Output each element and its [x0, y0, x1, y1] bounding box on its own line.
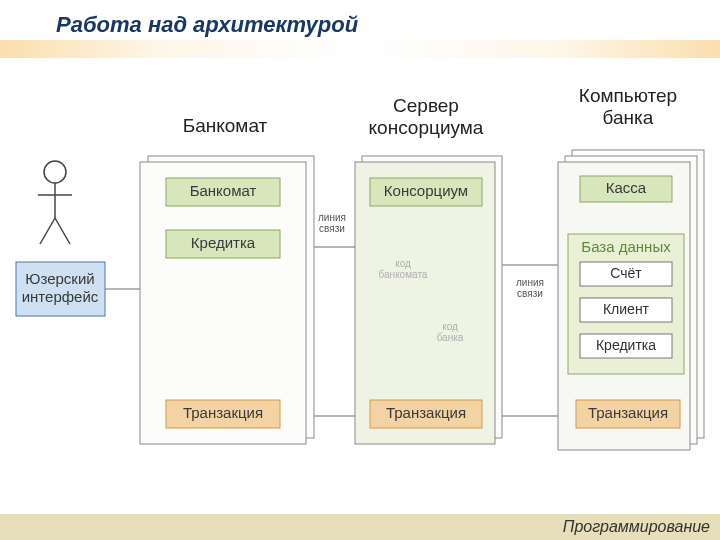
svg-text:интерфейс: интерфейс — [22, 288, 99, 305]
svg-text:Кредитка: Кредитка — [191, 234, 256, 251]
node-db-card: Кредитка — [580, 334, 672, 358]
node-account: Счёт — [580, 262, 672, 286]
svg-text:Сервер: Сервер — [393, 95, 459, 116]
svg-text:консорциума: консорциума — [369, 117, 484, 138]
svg-text:линия: линия — [318, 212, 346, 223]
svg-text:банкомата: банкомата — [379, 269, 428, 280]
svg-text:Кредитка: Кредитка — [596, 337, 656, 353]
svg-text:банка: банка — [603, 107, 654, 128]
svg-text:код: код — [442, 321, 458, 332]
svg-text:связи: связи — [319, 223, 345, 234]
svg-text:код: код — [395, 258, 411, 269]
node-tx-cons: Транзакция — [370, 400, 482, 428]
svg-text:Банкомат: Банкомат — [190, 182, 257, 199]
svg-text:Консорциум: Консорциум — [384, 182, 468, 199]
node-atm: Банкомат — [166, 178, 280, 206]
container-consortium: Сервер консорциума Консорциум код банком… — [355, 95, 502, 444]
node-card: Кредитка — [166, 230, 280, 258]
svg-text:Транзакция: Транзакция — [386, 404, 466, 421]
node-tx-bank: Транзакция — [576, 400, 680, 428]
node-database: База данных Счёт Клиент Кредитка — [568, 234, 684, 374]
svg-text:Банкомат: Банкомат — [183, 115, 268, 136]
svg-text:банка: банка — [437, 332, 464, 343]
svg-text:Касса: Касса — [606, 179, 647, 196]
node-consortium: Консорциум — [370, 178, 482, 206]
container-bank: Компьютер банка Касса База данных Счёт К… — [558, 85, 704, 450]
svg-text:Транзакция: Транзакция — [183, 404, 263, 421]
node-client: Клиент — [580, 298, 672, 322]
svg-point-8 — [44, 161, 66, 183]
svg-text:База данных: База данных — [581, 238, 671, 255]
svg-text:Транзакция: Транзакция — [588, 404, 668, 421]
svg-text:Счёт: Счёт — [610, 265, 642, 281]
svg-text:линия: линия — [516, 277, 544, 288]
footer-label: Программирование — [563, 518, 710, 536]
actor-icon — [38, 161, 72, 244]
architecture-diagram: Юзерский интерфейс Банкомат Банкомат Кре… — [0, 0, 720, 540]
svg-text:Компьютер: Компьютер — [579, 85, 677, 106]
svg-text:связи: связи — [517, 288, 543, 299]
node-tx-atm: Транзакция — [166, 400, 280, 428]
svg-text:Юзерский: Юзерский — [25, 270, 94, 287]
container-atm: Банкомат Банкомат Кредитка Транзакция — [140, 115, 314, 444]
node-cash: Касса — [580, 176, 672, 202]
svg-line-12 — [55, 218, 70, 244]
footer: Программирование — [0, 514, 720, 540]
svg-line-11 — [40, 218, 55, 244]
node-ui: Юзерский интерфейс — [16, 262, 105, 316]
svg-text:Клиент: Клиент — [603, 301, 650, 317]
